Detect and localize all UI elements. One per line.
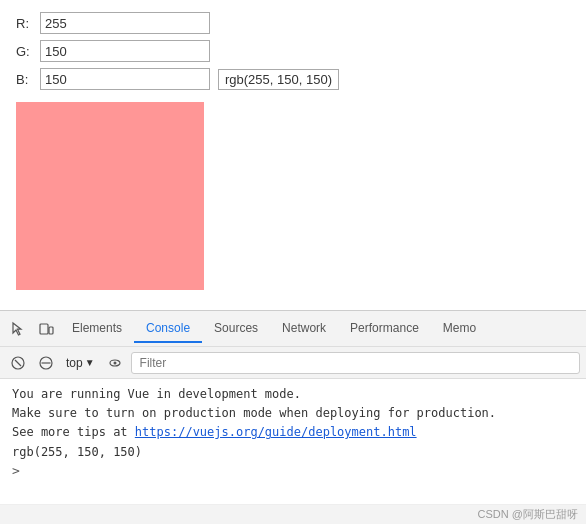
- devtools-tab-bar: Elements Console Sources Network Perform…: [0, 311, 586, 347]
- bottom-bar: CSDN @阿斯巴甜呀: [0, 504, 586, 524]
- clear-console-icon[interactable]: [6, 351, 30, 375]
- block-icon[interactable]: [34, 351, 58, 375]
- console-line-1: You are running Vue in development mode.: [12, 385, 574, 404]
- console-line-3: See more tips at https://vuejs.org/guide…: [12, 423, 574, 442]
- b-input-row: B: rgb(255, 150, 150): [16, 68, 570, 90]
- console-caret-icon: >: [12, 463, 20, 478]
- svg-rect-0: [40, 324, 48, 334]
- app-section: R: G: B: rgb(255, 150, 150): [0, 0, 586, 310]
- g-input-row: G:: [16, 40, 570, 62]
- r-input-row: R:: [16, 12, 570, 34]
- dropdown-arrow-icon: ▼: [85, 357, 95, 368]
- tab-memory[interactable]: Memo: [431, 315, 488, 343]
- svg-rect-1: [49, 327, 53, 334]
- b-input[interactable]: [40, 68, 210, 90]
- console-line-2: Make sure to turn on production mode whe…: [12, 404, 574, 423]
- tab-performance[interactable]: Performance: [338, 315, 431, 343]
- eye-icon[interactable]: [103, 351, 127, 375]
- branding-label: CSDN @阿斯巴甜呀: [478, 507, 578, 522]
- context-label: top: [66, 356, 83, 370]
- console-prompt-row: >: [12, 463, 574, 478]
- tab-console[interactable]: Console: [134, 315, 202, 343]
- g-label: G:: [16, 44, 36, 59]
- devtools-panel: Elements Console Sources Network Perform…: [0, 310, 586, 524]
- filter-input[interactable]: [131, 352, 580, 374]
- r-label: R:: [16, 16, 36, 31]
- svg-point-7: [113, 361, 116, 364]
- rgb-display: rgb(255, 150, 150): [218, 69, 339, 90]
- tab-elements[interactable]: Elements: [60, 315, 134, 343]
- tab-sources[interactable]: Sources: [202, 315, 270, 343]
- tab-network[interactable]: Network: [270, 315, 338, 343]
- context-dropdown[interactable]: top ▼: [62, 354, 99, 372]
- r-input[interactable]: [40, 12, 210, 34]
- console-toolbar: top ▼: [0, 347, 586, 379]
- deployment-link[interactable]: https://vuejs.org/guide/deployment.html: [135, 425, 417, 439]
- g-input[interactable]: [40, 40, 210, 62]
- svg-line-3: [15, 360, 21, 366]
- console-output: You are running Vue in development mode.…: [0, 379, 586, 504]
- b-label: B:: [16, 72, 36, 87]
- console-result-line: rgb(255, 150, 150): [12, 445, 574, 459]
- device-toggle-icon[interactable]: [32, 315, 60, 343]
- color-preview-box: [16, 102, 204, 290]
- inspect-element-icon[interactable]: [4, 315, 32, 343]
